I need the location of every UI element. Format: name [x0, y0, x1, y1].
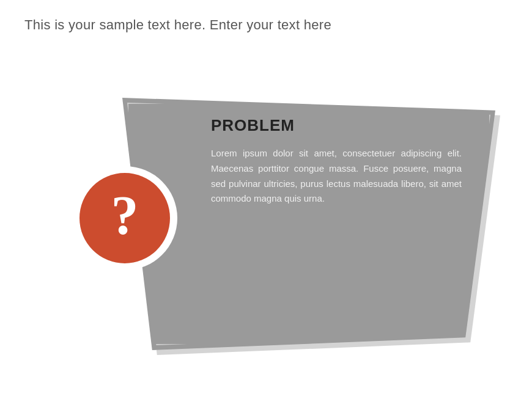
main-card: ? PROBLEM Lorem ipsum dolor sit amet, co…	[73, 86, 495, 350]
problem-title: PROBLEM	[211, 116, 462, 135]
content-area: PROBLEM Lorem ipsum dolor sit amet, cons…	[196, 104, 477, 338]
question-mark-icon: ?	[111, 188, 139, 243]
problem-body: Lorem ipsum dolor sit amet, consectetuer…	[211, 146, 462, 207]
header-text: This is your sample text here. Enter you…	[24, 17, 508, 33]
question-circle: ?	[79, 173, 170, 263]
